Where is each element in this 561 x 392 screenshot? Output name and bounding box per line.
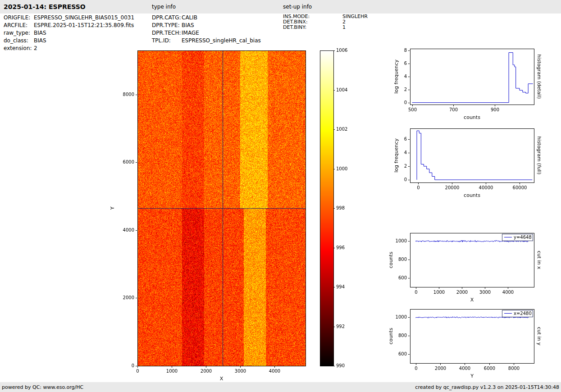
field-value: CALIB xyxy=(182,14,197,22)
field-value: BIAS xyxy=(182,22,194,29)
setup-info-heading: set-up info xyxy=(283,4,312,10)
field-value: ESPRE.2025-01-15T12:21:35.809.fits xyxy=(34,22,134,29)
setup-info-row: DET.BINY: 1 xyxy=(283,25,368,30)
footer-created-by: created by qc_rawdisp.py v1.2.3 on 2025-… xyxy=(415,384,559,390)
field-label: ORIGFILE: xyxy=(4,14,34,22)
type-info-block: DPR.CATG: CALIB DPR.TYPE: BIAS DPR.TECH:… xyxy=(152,14,261,45)
page-title: 2025-01-14: ESPRESSO xyxy=(4,3,86,10)
cut-in-y-plot xyxy=(383,303,543,382)
field-value: 2 xyxy=(34,45,37,52)
file-info-row: raw_type: BIAS xyxy=(4,29,134,37)
type-info-row: DPR.TYPE: BIAS xyxy=(152,22,261,29)
cut-in-x-plot xyxy=(383,227,543,303)
field-label: DPR.CATG: xyxy=(152,14,182,22)
field-label: DPR.TECH: xyxy=(152,29,182,37)
qc-report-page: { "header": { "title": "2025-01-14: ESPR… xyxy=(0,0,561,392)
field-label: extension: xyxy=(4,45,34,52)
field-label: DET.BINY: xyxy=(283,25,342,30)
field-label: DPR.TYPE: xyxy=(152,22,182,29)
setup-info-block: INS.MODE: SINGLEHR DET.BINX: 2 DET.BINY:… xyxy=(283,14,368,30)
field-value: SINGLEHR xyxy=(342,14,368,19)
field-value: BIAS xyxy=(34,29,46,37)
footer-bar: powered by QC: www.eso.org/HC created by… xyxy=(0,382,561,392)
bias-image-heatmap xyxy=(104,43,349,385)
field-value: IMAGE xyxy=(182,29,199,37)
file-info-row: ARCFILE: ESPRE.2025-01-15T12:21:35.809.f… xyxy=(4,22,134,29)
histogram-detail-plot xyxy=(383,43,543,122)
field-value: 1 xyxy=(342,25,346,30)
type-info-heading: type info xyxy=(152,4,176,10)
type-info-row: DPR.TECH: IMAGE xyxy=(152,29,261,37)
type-info-row: DPR.CATG: CALIB xyxy=(152,14,261,22)
field-value: BIAS xyxy=(34,37,46,45)
field-value: ESPRESSO_SINGLEHR_BIAS015_0031 xyxy=(34,14,134,22)
field-label: raw_type: xyxy=(4,29,34,37)
field-label: do_class: xyxy=(4,37,34,45)
field-label: ARCFILE: xyxy=(4,22,34,29)
header-bar: 2025-01-14: ESPRESSO type info set-up in… xyxy=(0,0,561,14)
footer-powered-by: powered by QC: www.eso.org/HC xyxy=(2,384,83,390)
histogram-full-plot xyxy=(383,123,543,201)
file-info-row: ORIGFILE: ESPRESSO_SINGLEHR_BIAS015_0031 xyxy=(4,14,134,22)
